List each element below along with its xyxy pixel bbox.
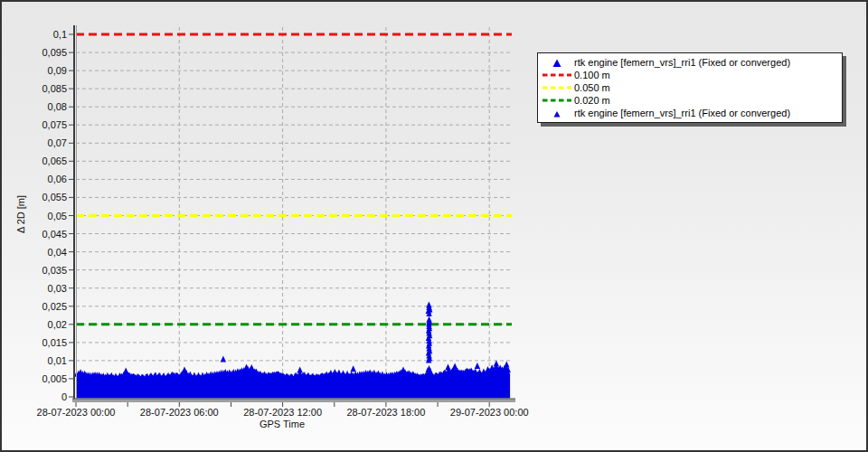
y-axis-label: Δ 2D [m] bbox=[15, 169, 28, 259]
y-tick-label: 0,055 bbox=[42, 192, 67, 202]
legend-item-label: 0.050 m bbox=[574, 82, 610, 93]
legend-triangle-marker-icon bbox=[540, 58, 574, 68]
y-tick-label: 0,045 bbox=[42, 229, 67, 240]
legend-item-label: rtk engine [femern_vrs]_rri1 (Fixed or c… bbox=[574, 57, 790, 68]
outlier-point bbox=[426, 302, 431, 308]
band-fill bbox=[76, 365, 510, 398]
legend-dash-line-icon bbox=[540, 72, 574, 78]
outlier-point bbox=[249, 364, 254, 371]
y-tick-label: 0,065 bbox=[42, 155, 67, 166]
legend-item[interactable]: 0.020 m bbox=[540, 94, 836, 107]
y-tick-label: 0,085 bbox=[42, 83, 67, 94]
legend-item[interactable]: rtk engine [femern_vrs]_rri1 (Fixed or c… bbox=[540, 107, 836, 119]
outlier-point bbox=[123, 368, 128, 374]
y-tick-label: 0,01 bbox=[48, 355, 67, 366]
outlier-points bbox=[123, 302, 510, 374]
legend-dash-line-icon bbox=[540, 98, 574, 103]
y-tick-label: 0,015 bbox=[42, 337, 67, 348]
outlier-point bbox=[182, 366, 187, 372]
y-tick-label: 0,005 bbox=[42, 373, 67, 384]
tick-marks bbox=[69, 34, 489, 407]
legend-item-label: 0.020 m bbox=[574, 95, 610, 106]
outlier-point bbox=[243, 364, 249, 371]
outlier-point bbox=[445, 364, 450, 371]
chart-window: 0,10,0950,090,0850,080,0750,070,0650,060… bbox=[0, 0, 868, 452]
legend-triangle-marker-icon bbox=[540, 108, 574, 118]
legend: rtk engine [femern_vrs]_rri1 (Fixed or c… bbox=[537, 52, 843, 123]
legend-item-label: 0.100 m bbox=[574, 70, 610, 80]
y-tick-label: 0,04 bbox=[48, 247, 67, 258]
y-tick-label: 0,035 bbox=[42, 265, 67, 276]
x-axis-label: GPS Time bbox=[210, 419, 354, 429]
data-band bbox=[74, 364, 511, 399]
y-tick-label: 0,08 bbox=[48, 101, 67, 112]
y-tick-label: 0,095 bbox=[42, 47, 67, 58]
x-tick-label: 29-07-2023 00:00 bbox=[450, 407, 529, 418]
outlier-point bbox=[494, 361, 499, 367]
y-tick-label: 0,03 bbox=[48, 283, 67, 294]
gridlines bbox=[76, 27, 512, 398]
outlier-point bbox=[297, 366, 303, 372]
outlier-point bbox=[426, 316, 431, 323]
y-tick-label: 0,05 bbox=[48, 211, 67, 221]
x-tick-label: 28-07-2023 18:00 bbox=[346, 407, 425, 418]
legend-dash-line-icon bbox=[540, 85, 574, 90]
y-tick-label: 0,075 bbox=[42, 119, 67, 130]
legend-item-label: rtk engine [femern_vrs]_rri1 (Fixed or c… bbox=[574, 108, 790, 118]
outlier-point bbox=[475, 363, 480, 369]
y-tick-label: 0,06 bbox=[48, 174, 67, 184]
x-tick-label: 28-07-2023 06:00 bbox=[140, 407, 219, 418]
outlier-point bbox=[221, 355, 226, 362]
y-tick-label: 0 bbox=[61, 391, 67, 402]
y-tick-label: 0,07 bbox=[48, 137, 67, 148]
y-tick-label: 0,025 bbox=[42, 301, 67, 312]
y-tick-label: 0,02 bbox=[48, 319, 67, 330]
x-tick-label: 28-07-2023 12:00 bbox=[243, 407, 322, 418]
axes bbox=[72, 25, 515, 402]
outlier-point bbox=[452, 363, 458, 369]
y-tick-label: 0,1 bbox=[53, 29, 67, 40]
legend-item[interactable]: 0.100 m bbox=[540, 69, 836, 81]
outlier-point bbox=[351, 365, 356, 372]
legend-item[interactable]: rtk engine [femern_vrs]_rri1 (Fixed or c… bbox=[540, 56, 836, 69]
y-tick-label: 0,09 bbox=[48, 65, 67, 76]
x-tick-label: 28-07-2023 00:00 bbox=[37, 407, 116, 418]
outlier-point bbox=[504, 361, 509, 367]
legend-item[interactable]: 0.050 m bbox=[540, 81, 836, 94]
